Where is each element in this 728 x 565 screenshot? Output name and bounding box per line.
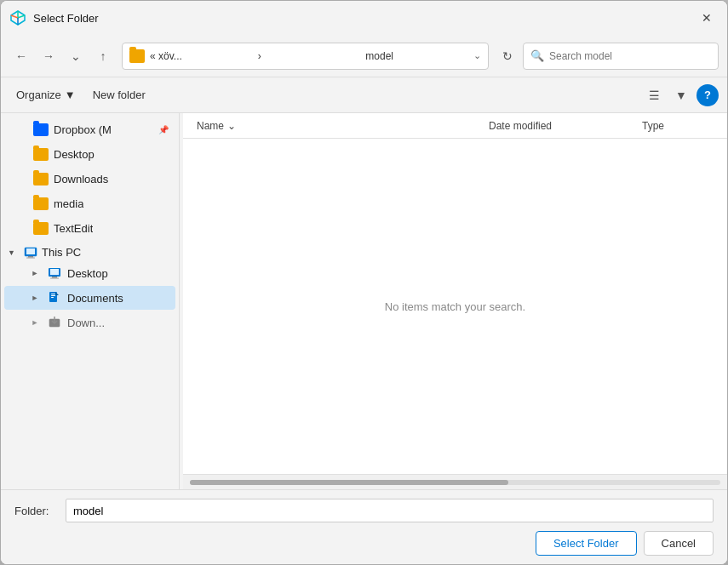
dropdown-history-button[interactable]: ⌄ [64,44,88,68]
dialog-title: Select Folder [33,12,99,25]
svg-rect-5 [50,269,59,275]
horizontal-scrollbar[interactable] [183,474,727,489]
footer: Folder: Select Folder Cancel [1,489,727,564]
sidebar-item-dropbox[interactable]: Dropbox (M 📌 [4,117,175,141]
sidebar-label-media: media [54,197,83,210]
sidebar-label-documents: Documents [67,292,123,305]
select-folder-dialog: Select Folder ✕ ← → ⌄ ↑ « xöv... › model… [0,0,728,565]
sidebar-item-downloads[interactable]: Downloads [4,167,175,191]
this-pc-icon [23,246,38,259]
address-path: model [365,50,468,62]
organize-chevron-icon: ▼ [65,88,76,101]
pin-icon: 📌 [158,125,169,134]
column-header-type[interactable]: Type [635,120,720,132]
file-list: Name ⌄ Date modified Type No items match… [183,113,727,489]
sidebar-item-documents[interactable]: ► Documents [4,286,175,310]
toolbar: Organize ▼ New folder ☰ ▼ ? [1,77,727,113]
column-header-date[interactable]: Date modified [482,120,635,132]
search-input[interactable] [549,50,711,62]
new-folder-button[interactable]: New folder [86,85,152,105]
downloads-folder-icon [33,173,49,185]
expand-arrow-downloads-pc: ► [28,316,42,329]
sidebar-item-desktop-pc[interactable]: ► Desktop [4,261,175,285]
forward-button[interactable]: → [37,44,60,68]
address-folder-icon [129,49,145,63]
select-folder-button[interactable]: Select Folder [536,531,637,556]
up-button[interactable]: ↑ [91,44,115,68]
toolbar-right: ☰ ▼ ? [642,83,719,107]
svg-rect-1 [26,248,35,254]
expand-arrow-media [14,197,28,210]
organize-button[interactable]: Organize ▼ [9,85,83,105]
svg-rect-9 [51,294,55,294]
this-pc-label: This PC [42,246,81,259]
this-pc-chevron-icon: ▼ [8,248,20,257]
app-icon [9,9,26,26]
column-type-label: Type [642,120,664,132]
nav-bar: ← → ⌄ ↑ « xöv... › model ⌄ ↻ 🔍 [1,35,727,77]
refresh-button[interactable]: ↻ [496,44,519,68]
address-bar[interactable]: « xöv... › model ⌄ [122,43,489,70]
expand-arrow-documents: ► [28,291,42,305]
desktop-folder-icon [33,148,49,161]
sidebar-item-downloads-pc[interactable]: ► Down... [4,311,175,334]
sidebar-label-desktop-pc: Desktop [67,267,108,280]
address-prefix: « xöv... [150,50,253,62]
expand-arrow-textedit [14,221,28,235]
media-folder-icon [33,197,49,210]
textedit-folder-icon [33,222,49,235]
search-bar[interactable]: 🔍 [523,43,719,70]
search-icon: 🔍 [530,49,544,62]
expand-arrow-dropbox [14,123,28,136]
address-separator: › [258,50,361,62]
close-button[interactable]: ✕ [696,8,717,28]
sidebar-label-dropbox: Dropbox (M [54,123,112,136]
column-header-name[interactable]: Name ⌄ [190,120,482,132]
footer-buttons: Select Folder Cancel [14,531,714,556]
view-menu-button[interactable]: ☰ [642,83,666,107]
sidebar-item-media[interactable]: media [4,191,175,215]
folder-row: Folder: [14,499,714,522]
this-pc-section[interactable]: ▼ This PC [1,241,179,260]
sidebar: Dropbox (M 📌 Desktop Downloads media [1,113,180,489]
expand-arrow-downloads [14,172,28,185]
file-list-header: Name ⌄ Date modified Type [183,113,727,139]
empty-message: No items match your search. [385,300,525,313]
svg-rect-6 [52,277,57,278]
svg-rect-10 [51,295,55,296]
view-dropdown-button[interactable]: ▼ [669,83,693,107]
documents-icon [47,292,62,305]
scrollbar-thumb [190,480,508,485]
title-bar-left: Select Folder [9,9,99,26]
sidebar-label-textedit: TextEdit [54,222,93,235]
svg-rect-2 [28,256,33,258]
svg-rect-11 [51,297,54,298]
sidebar-label-downloads-pc: Down... [67,317,105,329]
svg-rect-7 [50,278,59,279]
downloads-pc-icon [47,317,62,329]
sidebar-item-desktop[interactable]: Desktop [4,142,175,166]
sidebar-item-textedit[interactable]: TextEdit [4,216,175,240]
folder-label: Folder: [14,505,57,517]
back-button[interactable]: ← [9,44,33,68]
address-dropdown-icon[interactable]: ⌄ [473,50,481,61]
cancel-button[interactable]: Cancel [644,531,714,556]
scrollbar-track [190,480,720,485]
file-list-body: No items match your search. [183,139,727,474]
desktop-pc-folder-icon [47,267,62,280]
main-content: Dropbox (M 📌 Desktop Downloads media [1,113,727,489]
column-date-label: Date modified [489,120,552,132]
help-button[interactable]: ? [696,84,719,106]
column-sort-icon: ⌄ [227,120,236,132]
sidebar-label-downloads: Downloads [54,173,108,185]
svg-rect-3 [26,257,35,258]
expand-arrow-desktop-pc: ► [28,266,42,280]
title-bar: Select Folder ✕ [1,1,727,35]
sidebar-label-desktop: Desktop [54,148,95,161]
column-name-label: Name [197,120,224,132]
new-folder-label: New folder [93,88,146,101]
folder-input[interactable] [66,499,714,522]
dropbox-folder-icon [33,123,49,136]
organize-label: Organize [16,88,61,101]
expand-arrow-desktop [14,147,28,161]
